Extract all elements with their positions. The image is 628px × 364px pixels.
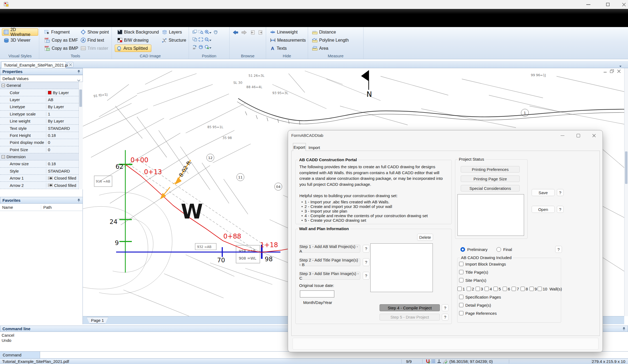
property-row[interactable]: LinetypeBy Layer: [0, 103, 83, 110]
mdi-restore-icon[interactable]: [610, 69, 614, 74]
collapse-icon[interactable]: [2, 155, 5, 158]
wall-9-checkbox[interactable]: [529, 287, 534, 291]
printing-page-size-button[interactable]: Printing Page Size: [461, 176, 520, 182]
measure-distance-button[interactable]: Distance: [310, 28, 338, 36]
detail-pages-checkbox[interactable]: [459, 303, 463, 307]
property-row[interactable]: Point display mode0: [0, 139, 83, 146]
step1-button[interactable]: Step 1 - Add AB Wall Project(s) - A: [299, 245, 360, 253]
step4-help-button[interactable]: ?: [442, 304, 449, 311]
find-text-button[interactable]: A Find text: [79, 37, 106, 44]
hide-measurements-button[interactable]: Measurements: [268, 37, 308, 44]
tab-export[interactable]: Export: [293, 143, 306, 151]
special-considerations-button[interactable]: Special Considerations: [461, 185, 520, 191]
mdi-close-icon[interactable]: [617, 69, 621, 74]
favorites-list[interactable]: [0, 211, 83, 324]
zoom-previous-icon[interactable]: [198, 44, 204, 50]
fragment-button[interactable]: Fragment: [42, 28, 71, 36]
structure-button[interactable]: Structure: [160, 37, 188, 44]
property-row[interactable]: Linetype scale1: [0, 111, 83, 118]
collapse-icon[interactable]: [2, 84, 5, 87]
hide-lineweight-button[interactable]: Lineweight: [268, 28, 300, 36]
mdi-minimize-icon[interactable]: [603, 69, 607, 74]
pin-icon[interactable]: [77, 198, 80, 202]
delete-button[interactable]: Delete: [417, 234, 433, 241]
save-help-button[interactable]: ?: [557, 189, 564, 196]
tab-list-caret-icon[interactable]: [619, 63, 622, 68]
window-minimize-button[interactable]: [582, 1, 594, 8]
scrollbar-thumb[interactable]: [625, 151, 627, 184]
property-row[interactable]: Arrow 2Closed filled: [0, 182, 83, 189]
property-row[interactable]: ColorBy Layer: [0, 89, 83, 96]
property-section[interactable]: Dimension: [0, 153, 83, 160]
measure-area-button[interactable]: Area: [310, 45, 330, 52]
black-background-button[interactable]: Black Background: [116, 28, 161, 36]
property-row[interactable]: LayerAB: [0, 96, 83, 103]
tab-import[interactable]: Import: [308, 144, 321, 151]
zoom-in-caret-icon[interactable]: [209, 30, 212, 35]
open-project-button[interactable]: Open: [532, 206, 555, 213]
browse-forward-icon[interactable]: [241, 30, 247, 35]
wall-5-checkbox[interactable]: [493, 287, 498, 291]
window-close-button[interactable]: [618, 1, 628, 8]
arcs-splitted-button[interactable]: Arcs Splitted: [115, 45, 151, 52]
property-row[interactable]: Line weightBy Layer: [0, 118, 83, 125]
browse-back-icon[interactable]: [233, 30, 238, 35]
wall-7-checkbox[interactable]: [512, 287, 516, 291]
window-maximize-button[interactable]: [601, 1, 614, 8]
page-tab[interactable]: Page 1: [87, 317, 108, 324]
layers-button[interactable]: Layers: [160, 28, 184, 36]
property-row[interactable]: StyleSTANDARD: [0, 168, 83, 175]
step3-button[interactable]: Step 3 - Add Site Plan Image(s) - C: [299, 272, 360, 280]
2d-wireframe-button[interactable]: 2D Wireframe: [2, 28, 38, 36]
trim-raster-button[interactable]: Trim raster: [79, 45, 110, 52]
wall-10-checkbox[interactable]: [538, 287, 542, 291]
issue-date-input[interactable]: [300, 290, 334, 297]
copy-as-emf-button[interactable]: EMF Copy as EMF: [42, 37, 80, 44]
document-tab[interactable]: Tutorial_Example_SitePlan_2021.pdf: [1, 61, 66, 68]
property-row[interactable]: Point Size0: [0, 146, 83, 153]
scrollbar-thumb[interactable]: [79, 90, 82, 107]
property-row[interactable]: Font Height0.18: [0, 132, 83, 139]
page-back-icon[interactable]: [250, 30, 256, 35]
bw-drawing-button[interactable]: B/W drawing: [116, 37, 151, 44]
step3-help-button[interactable]: ?: [363, 272, 369, 280]
step2-help-button[interactable]: ?: [363, 258, 369, 266]
copy-view-icon[interactable]: [192, 37, 198, 42]
favorites-col-name[interactable]: Name: [0, 205, 41, 210]
dialog-close-button[interactable]: [590, 131, 598, 140]
hide-texts-button[interactable]: A Texts: [268, 45, 289, 52]
dialog-minimize-button[interactable]: [558, 131, 567, 140]
property-row[interactable]: Text styleSTANDARD: [0, 125, 83, 132]
zoom-global-caret-icon[interactable]: [209, 45, 212, 51]
canvas-scrollbar[interactable]: [624, 68, 628, 316]
ortho-icon[interactable]: [437, 359, 441, 364]
document-tab-close-button[interactable]: [68, 62, 73, 67]
show-point-button[interactable]: Show point: [79, 28, 111, 36]
step4-button[interactable]: Step 4 - Compile Project: [380, 304, 440, 311]
pan-pages-icon[interactable]: [192, 29, 198, 35]
page-references-checkbox[interactable]: [459, 311, 463, 315]
import-block-drawings-checkbox[interactable]: [459, 262, 463, 266]
step5-help-button[interactable]: ?: [442, 314, 449, 320]
property-section[interactable]: General: [0, 82, 83, 89]
properties-preset-dropdown[interactable]: Default Values: [0, 75, 83, 82]
zoom-extents-icon[interactable]: [198, 37, 204, 42]
wall-3-checkbox[interactable]: [476, 287, 480, 291]
step1-help-button[interactable]: ?: [363, 245, 369, 253]
radio-help-button[interactable]: ?: [555, 246, 562, 253]
open-help-button[interactable]: ?: [557, 206, 564, 213]
final-radio[interactable]: [496, 247, 501, 252]
step5-button[interactable]: Step 5 - Draw Project: [380, 314, 440, 320]
wall-6-checkbox[interactable]: [503, 287, 507, 291]
property-row[interactable]: Arrow 1Closed filled: [0, 175, 83, 182]
zoom-in-icon[interactable]: [204, 29, 210, 35]
wall-8-checkbox[interactable]: [521, 287, 525, 291]
step2-button[interactable]: Step 2 - Add Title Page Image(s) - B: [299, 258, 360, 266]
pin-icon[interactable]: [622, 327, 626, 331]
project-files-listbox[interactable]: [370, 243, 433, 292]
favorites-col-path[interactable]: Path: [41, 205, 52, 210]
draw-mode-icon[interactable]: [443, 359, 448, 364]
preliminary-radio[interactable]: [460, 247, 465, 252]
zoom-out-icon[interactable]: [204, 37, 210, 42]
page-forward-icon[interactable]: [258, 30, 263, 35]
